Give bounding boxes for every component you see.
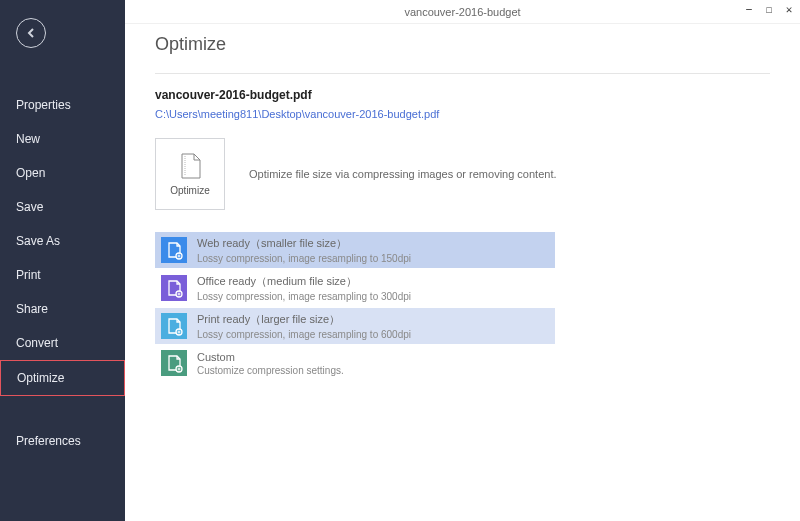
sidebar-item-print[interactable]: Print bbox=[0, 258, 125, 292]
sidebar-item-label: Open bbox=[16, 166, 45, 180]
sidebar-item-open[interactable]: Open bbox=[0, 156, 125, 190]
custom-icon bbox=[161, 350, 187, 376]
sidebar-item-preferences[interactable]: Preferences bbox=[0, 424, 125, 458]
svg-rect-6 bbox=[161, 350, 187, 376]
divider bbox=[155, 73, 770, 74]
print-ready-icon bbox=[161, 313, 187, 339]
option-office-ready[interactable]: Office ready（medium file size）Lossy comp… bbox=[155, 270, 555, 306]
option-text: Print ready（larger file size）Lossy compr… bbox=[197, 312, 411, 340]
maximize-button[interactable]: ☐ bbox=[762, 2, 776, 16]
sidebar-item-label: Save bbox=[16, 200, 43, 214]
page-title: Optimize bbox=[155, 34, 770, 55]
optimize-header: Optimize Optimize file size via compress… bbox=[155, 138, 770, 210]
option-subtitle: Customize compression settings. bbox=[197, 365, 344, 376]
sidebar-item-share[interactable]: Share bbox=[0, 292, 125, 326]
sidebar-item-label: Convert bbox=[16, 336, 58, 350]
content-area: Optimize vancouver-2016-budget.pdf C:\Us… bbox=[125, 24, 800, 521]
main-panel: vancouver-2016-budget − ☐ ✕ Optimize van… bbox=[125, 0, 800, 521]
optimize-tile-label: Optimize bbox=[170, 185, 209, 196]
option-custom[interactable]: CustomCustomize compression settings. bbox=[155, 346, 555, 380]
sidebar-separator bbox=[0, 396, 125, 424]
titlebar: vancouver-2016-budget − ☐ ✕ bbox=[125, 0, 800, 24]
minimize-button[interactable]: − bbox=[742, 2, 756, 16]
sidebar-item-label: New bbox=[16, 132, 40, 146]
window-controls: − ☐ ✕ bbox=[742, 2, 796, 16]
active-arrow-icon bbox=[125, 344, 131, 356]
app-window: Properties New Open Save Save As Print S… bbox=[0, 0, 800, 521]
sidebar-item-label: Properties bbox=[16, 98, 71, 112]
option-print-ready[interactable]: Print ready（larger file size）Lossy compr… bbox=[155, 308, 555, 344]
close-button[interactable]: ✕ bbox=[782, 2, 796, 16]
option-subtitle: Lossy compression, image resampling to 3… bbox=[197, 291, 411, 302]
option-title: Office ready（medium file size） bbox=[197, 274, 411, 289]
optimize-tile[interactable]: Optimize bbox=[155, 138, 225, 210]
sidebar-item-label: Share bbox=[16, 302, 48, 316]
file-path[interactable]: C:\Users\meeting811\Desktop\vancouver-20… bbox=[155, 108, 770, 120]
sidebar-item-properties[interactable]: Properties bbox=[0, 88, 125, 122]
chevron-left-icon bbox=[26, 28, 36, 38]
file-name: vancouver-2016-budget.pdf bbox=[155, 88, 770, 102]
svg-rect-0 bbox=[161, 237, 187, 263]
sidebar-item-label: Print bbox=[16, 268, 41, 282]
sidebar-item-label: Preferences bbox=[16, 434, 81, 448]
sidebar-item-save-as[interactable]: Save As bbox=[0, 224, 125, 258]
sidebar-item-convert[interactable]: Convert bbox=[0, 326, 125, 360]
sidebar-item-label: Save As bbox=[16, 234, 60, 248]
option-web-ready[interactable]: Web ready（smaller file size）Lossy compre… bbox=[155, 232, 555, 268]
option-text: CustomCustomize compression settings. bbox=[197, 351, 344, 376]
option-text: Office ready（medium file size）Lossy comp… bbox=[197, 274, 411, 302]
web-ready-icon bbox=[161, 237, 187, 263]
document-title: vancouver-2016-budget bbox=[404, 6, 520, 18]
option-subtitle: Lossy compression, image resampling to 1… bbox=[197, 253, 411, 264]
sidebar-item-optimize[interactable]: Optimize bbox=[0, 360, 125, 396]
optimize-description: Optimize file size via compressing image… bbox=[249, 168, 557, 180]
office-ready-icon bbox=[161, 275, 187, 301]
document-icon bbox=[179, 153, 201, 179]
optimize-options: Web ready（smaller file size）Lossy compre… bbox=[155, 232, 555, 380]
svg-rect-4 bbox=[161, 313, 187, 339]
sidebar-item-save[interactable]: Save bbox=[0, 190, 125, 224]
option-title: Custom bbox=[197, 351, 344, 363]
option-title: Web ready（smaller file size） bbox=[197, 236, 411, 251]
option-title: Print ready（larger file size） bbox=[197, 312, 411, 327]
option-subtitle: Lossy compression, image resampling to 6… bbox=[197, 329, 411, 340]
sidebar: Properties New Open Save Save As Print S… bbox=[0, 0, 125, 521]
sidebar-item-label: Optimize bbox=[17, 371, 64, 385]
option-text: Web ready（smaller file size）Lossy compre… bbox=[197, 236, 411, 264]
sidebar-item-new[interactable]: New bbox=[0, 122, 125, 156]
back-button[interactable] bbox=[16, 18, 46, 48]
svg-rect-2 bbox=[161, 275, 187, 301]
